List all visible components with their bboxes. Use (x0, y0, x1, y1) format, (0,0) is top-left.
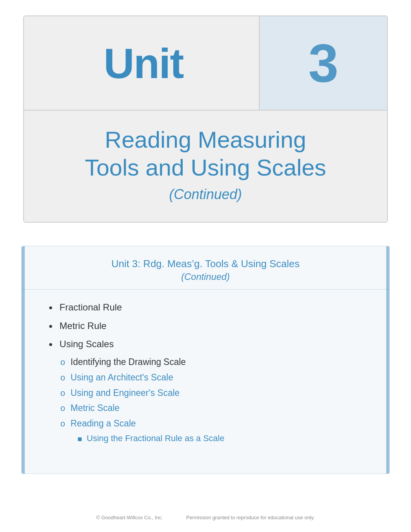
sub-sub-list-item: ■ Using the Fractional Rule as a Scale (77, 433, 370, 444)
unit-number: 3 (308, 32, 339, 94)
hero-card: Unit 3 Reading Measuring Tools and Using… (23, 15, 388, 223)
hero-continued: (Continued) (39, 186, 372, 203)
bullet-icon: • (49, 301, 53, 314)
content-header-title: Unit 3: Rdg. Meas’g. Tools & Using Scale… (111, 258, 300, 269)
sub-item-label: Reading a Scale (70, 418, 136, 430)
content-header-continued: (Continued) (37, 271, 374, 282)
hero-title: Reading Measuring Tools and Using Scales (39, 126, 372, 182)
sub-list-item: o Metric Scale (60, 402, 370, 414)
hero-title-line1: Reading Measuring (105, 127, 306, 153)
sub-bullet-icon: o (60, 402, 65, 414)
sub-bullet-icon: o (60, 387, 65, 399)
sub-list-item: o Using an Architect's Scale (60, 372, 370, 384)
sub-item-label: Identifying the Drawing Scale (70, 356, 186, 368)
sub-list-item: o Using and Engineer's Scale (60, 387, 370, 399)
sub-sub-item-label: Using the Fractional Rule as a Scale (87, 433, 224, 443)
sub-bullet-icon: o (60, 418, 65, 430)
bullet-label: Metric Rule (60, 320, 106, 332)
sub-sub-list: ■ Using the Fractional Rule as a Scale (77, 433, 370, 444)
sub-item-label: Using an Architect's Scale (70, 372, 173, 384)
footer-permission: Permission granted to reproduce for educ… (186, 515, 315, 520)
sub-bullet-icon: o (60, 356, 65, 368)
bullet-label: Fractional Rule (60, 301, 122, 313)
sub-bullet-icon: o (60, 372, 65, 384)
sub-list-item: o Reading a Scale (60, 418, 370, 430)
footer-copyright: © Goodheart-Willcox Co., Inc. (96, 515, 163, 520)
unit-label: Unit (104, 39, 183, 88)
content-body: • Fractional Rule • Metric Rule • Using … (22, 290, 389, 450)
sub-sub-bullet-icon: ■ (77, 433, 82, 444)
list-item: • Using Scales (49, 338, 370, 351)
sub-item-label: Metric Scale (70, 402, 120, 414)
hero-number-cell: 3 (260, 16, 387, 110)
sub-list: o Identifying the Drawing Scale o Using … (60, 356, 370, 444)
hero-bottom-row: Reading Measuring Tools and Using Scales… (24, 111, 387, 222)
hero-top-row: Unit 3 (24, 16, 387, 111)
sub-item-label: Using and Engineer's Scale (70, 387, 180, 399)
bullet-icon: • (49, 320, 53, 333)
hero-unit-cell: Unit (24, 16, 260, 110)
sub-list-item: o Identifying the Drawing Scale (60, 356, 370, 368)
content-header: Unit 3: Rdg. Meas’g. Tools & Using Scale… (22, 246, 389, 290)
hero-title-line2: Tools and Using Scales (85, 155, 326, 181)
bullet-label: Using Scales (60, 338, 114, 350)
content-card: Unit 3: Rdg. Meas’g. Tools & Using Scale… (21, 246, 390, 474)
bullet-icon: • (49, 338, 53, 351)
list-item: • Metric Rule (49, 320, 370, 333)
list-item: • Fractional Rule (49, 301, 370, 314)
page-footer: © Goodheart-Willcox Co., Inc. Permission… (0, 515, 411, 520)
